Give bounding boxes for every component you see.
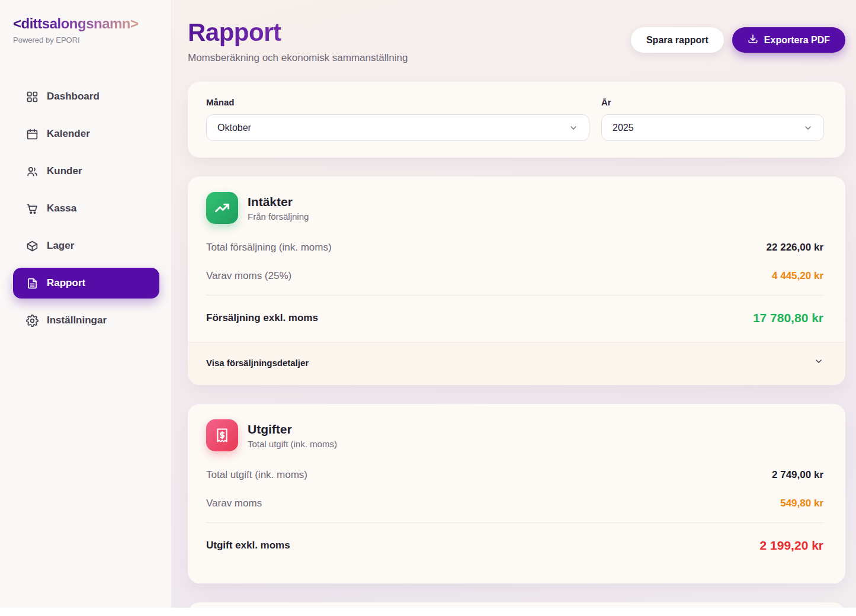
filter-card: Månad Oktober År 2025	[188, 82, 845, 158]
users-icon	[26, 165, 39, 178]
sidebar-item-dashboard[interactable]: Dashboard	[13, 81, 159, 112]
sidebar-item-label: Inställningar	[47, 315, 107, 326]
save-report-button[interactable]: Spara rapport	[631, 27, 724, 53]
trending-up-icon	[206, 192, 238, 224]
header-actions: Spara rapport Exportera PDF	[631, 27, 845, 53]
income-vat-row: Varav moms (25%) 4 445,20 kr	[206, 262, 823, 290]
sidebar-item-kunder[interactable]: Kunder	[13, 156, 159, 187]
expense-excl-vat-row: Utgift exkl. moms 2 199,20 kr	[206, 528, 823, 566]
row-label: Utgift exkl. moms	[206, 540, 290, 551]
expense-vat-row: Varav moms 549,80 kr	[206, 489, 823, 518]
income-card-subtitle: Från försäljning	[248, 211, 309, 222]
sidebar-item-label: Rapport	[47, 277, 85, 289]
divider	[206, 295, 823, 296]
app-logo: <dittsalongsnamn>	[13, 15, 159, 32]
year-select[interactable]: 2025	[601, 114, 824, 141]
row-label: Total utgift (ink. moms)	[206, 469, 307, 481]
sidebar-item-kalender[interactable]: Kalender	[13, 118, 159, 149]
sidebar-item-lager[interactable]: Lager	[13, 230, 159, 261]
receipt-dollar-icon	[206, 419, 238, 451]
sidebar-item-label: Kunder	[47, 165, 82, 177]
income-card: Intäkter Från försäljning Total försäljn…	[188, 177, 845, 385]
app-tagline: Powered by EPORI	[13, 36, 159, 44]
month-filter: Månad Oktober	[206, 97, 589, 141]
chevron-down-icon	[814, 357, 823, 368]
row-label: Varav moms	[206, 498, 262, 509]
row-label: Total försäljning (ink. moms)	[206, 242, 332, 254]
main-content: Rapport Momsberäkning och ekonomisk samm…	[172, 0, 856, 616]
download-icon	[748, 34, 758, 47]
expense-card-subtitle: Total utgift (ink. moms)	[248, 439, 337, 449]
year-filter: År 2025	[601, 97, 824, 141]
row-value: 17 780,80 kr	[753, 311, 823, 325]
divider	[206, 522, 823, 523]
year-label: År	[601, 97, 824, 107]
viewport-bottom-strip	[0, 608, 856, 616]
expense-card: Utgifter Total utgift (ink. moms) Total …	[188, 404, 845, 583]
gear-icon	[26, 315, 39, 327]
income-excl-vat-row: Försäljning exkl. moms 17 780,80 kr	[206, 300, 823, 338]
package-icon	[26, 240, 39, 252]
sales-details-label: Visa försäljningsdetaljer	[206, 358, 309, 368]
year-select-value: 2025	[613, 123, 634, 133]
month-select[interactable]: Oktober	[206, 114, 589, 141]
chevron-down-icon	[569, 123, 578, 133]
chevron-down-icon	[803, 123, 813, 133]
row-label: Försäljning exkl. moms	[206, 312, 318, 324]
income-total-row: Total försäljning (ink. moms) 22 226,00 …	[206, 233, 823, 262]
sales-details-toggle[interactable]: Visa försäljningsdetaljer	[188, 342, 845, 385]
document-icon	[26, 277, 39, 290]
income-card-title: Intäkter	[248, 195, 309, 209]
sidebar-item-rapport[interactable]: Rapport	[13, 268, 159, 299]
dashboard-icon	[26, 91, 39, 103]
sidebar-nav: Dashboard Kalender Kunder Kassa Lager	[13, 81, 159, 336]
page-header: Rapport Momsberäkning och ekonomisk samm…	[188, 19, 845, 64]
sidebar-item-installningar[interactable]: Inställningar	[13, 305, 159, 336]
sidebar-item-label: Kassa	[47, 203, 76, 214]
sidebar-item-kassa[interactable]: Kassa	[13, 193, 159, 224]
row-value: 2 749,00 kr	[772, 469, 823, 481]
cart-icon	[26, 203, 39, 215]
month-select-value: Oktober	[217, 123, 251, 133]
calendar-icon	[26, 128, 39, 140]
row-value: 22 226,00 kr	[767, 242, 823, 254]
page-title: Rapport	[188, 19, 408, 46]
expense-card-title: Utgifter	[248, 422, 337, 437]
row-value: 4 445,20 kr	[772, 270, 823, 282]
sidebar-item-label: Lager	[47, 240, 74, 252]
sidebar: <dittsalongsnamn> Powered by EPORI Dashb…	[0, 0, 172, 616]
sidebar-item-label: Dashboard	[47, 91, 100, 102]
month-label: Månad	[206, 97, 589, 107]
export-pdf-button[interactable]: Exportera PDF	[732, 27, 845, 53]
row-value: 549,80 kr	[780, 498, 823, 509]
row-value: 2 199,20 kr	[760, 538, 823, 553]
sidebar-item-label: Kalender	[47, 128, 90, 140]
expense-total-row: Total utgift (ink. moms) 2 749,00 kr	[206, 461, 823, 489]
row-label: Varav moms (25%)	[206, 270, 291, 282]
page-subtitle: Momsberäkning och ekonomisk sammanställn…	[188, 52, 408, 64]
